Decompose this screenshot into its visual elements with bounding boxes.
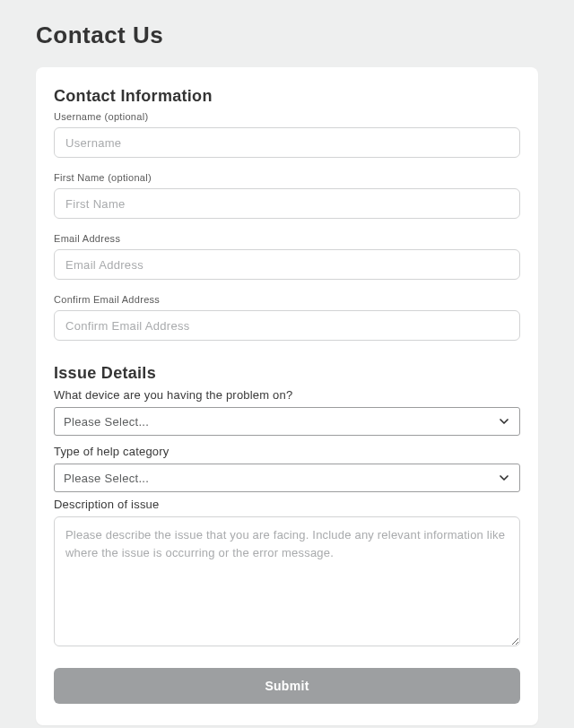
email-input[interactable] [54, 249, 520, 280]
contact-info-heading: Contact Information [54, 87, 520, 106]
device-select[interactable]: Please Select... [54, 407, 520, 436]
device-label: What device are you having the problem o… [54, 388, 520, 402]
submit-button[interactable]: Submit [54, 668, 520, 704]
description-label: Description of issue [54, 498, 520, 511]
section-contact-information: Contact Information Username (optional) … [54, 87, 520, 341]
field-device: What device are you having the problem o… [54, 388, 520, 436]
contact-form-card: Contact Information Username (optional) … [36, 67, 538, 725]
field-username: Username (optional) [54, 111, 520, 158]
field-help-category: Type of help category Please Select... [54, 445, 520, 492]
confirm-email-label: Confirm Email Address [54, 294, 520, 305]
field-first-name: First Name (optional) [54, 172, 520, 219]
help-category-label: Type of help category [54, 445, 520, 458]
first-name-input[interactable] [54, 188, 520, 219]
confirm-email-input[interactable] [54, 310, 520, 341]
help-category-select[interactable]: Please Select... [54, 464, 520, 492]
first-name-label: First Name (optional) [54, 172, 520, 183]
field-description: Description of issue [54, 498, 520, 650]
field-confirm-email: Confirm Email Address [54, 294, 520, 341]
field-email: Email Address [54, 233, 520, 280]
description-textarea[interactable] [54, 516, 520, 646]
email-label: Email Address [54, 233, 520, 244]
issue-details-heading: Issue Details [54, 364, 520, 383]
page-title: Contact Us [0, 0, 574, 67]
section-issue-details: Issue Details What device are you having… [54, 364, 520, 650]
username-label: Username (optional) [54, 111, 520, 122]
username-input[interactable] [54, 127, 520, 158]
